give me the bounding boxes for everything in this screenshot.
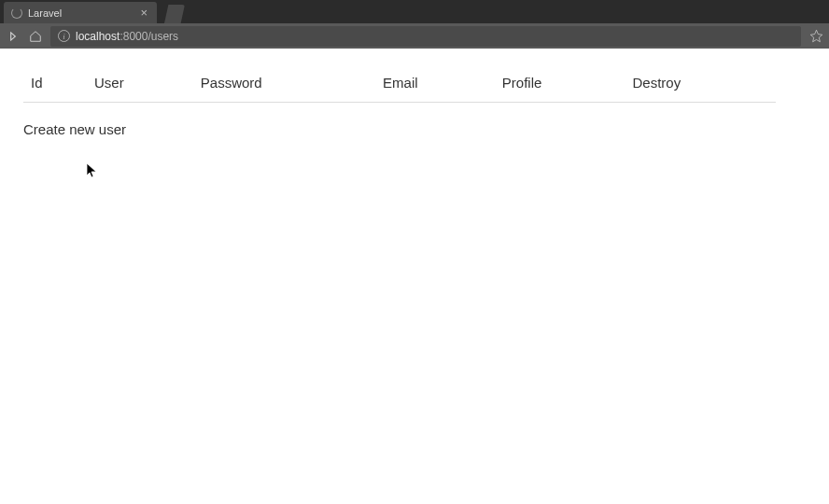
url-host: localhost [76,30,119,43]
address-bar[interactable]: i localhost:8000/users [50,26,801,47]
col-id: Id [23,67,87,103]
browser-tabstrip: Laravel × [0,0,829,23]
col-destroy: Destroy [625,67,776,103]
bookmark-star-icon[interactable] [808,29,823,44]
browser-tab[interactable]: Laravel × [4,2,157,23]
home-icon[interactable] [28,29,43,44]
mouse-cursor-icon [86,162,99,183]
site-info-icon[interactable]: i [58,30,70,42]
url-text: localhost:8000/users [76,30,178,43]
forward-icon[interactable] [6,29,21,44]
new-tab-button[interactable] [164,5,185,23]
url-path: :8000/users [119,30,178,43]
table-header-row: Id User Password Email Profile Destroy [23,67,776,103]
loading-spinner-icon [11,7,22,19]
users-table: Id User Password Email Profile Destroy [23,67,776,103]
col-user: User [87,67,193,103]
col-profile: Profile [495,67,625,103]
create-user-link[interactable]: Create new user [23,121,126,137]
close-icon[interactable]: × [138,7,149,19]
col-email: Email [375,67,495,103]
col-password: Password [193,67,375,103]
page-content: Id User Password Email Profile Destroy C… [0,49,829,157]
tab-title: Laravel [28,7,138,19]
browser-toolbar: i localhost:8000/users [0,23,829,49]
